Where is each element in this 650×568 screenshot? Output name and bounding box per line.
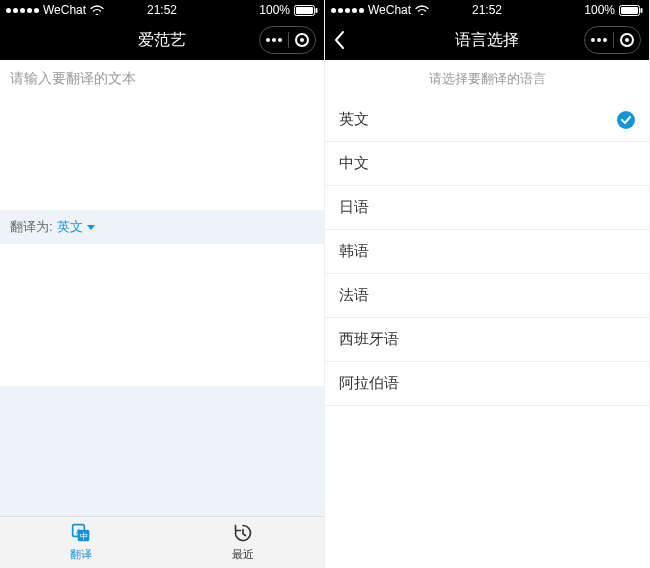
- output-bottom-panel: [0, 386, 324, 516]
- wifi-icon: [415, 5, 429, 15]
- more-icon[interactable]: [266, 38, 282, 42]
- page-title: 语言选择: [455, 30, 519, 51]
- phone-left: WeChat 21:52 100% 爱范艺 请输入要翻译的文本 翻译为: 英文: [0, 0, 325, 568]
- carrier-label: WeChat: [43, 3, 86, 17]
- language-item-japanese[interactable]: 日语: [325, 186, 649, 230]
- svg-text:中: 中: [80, 532, 88, 541]
- tab-label: 翻译: [70, 547, 92, 562]
- nav-bar: 语言选择: [325, 20, 649, 60]
- nav-bar: 爱范艺: [0, 20, 324, 60]
- tab-recent[interactable]: 最近: [162, 517, 324, 568]
- history-icon: [233, 523, 253, 545]
- language-name: 日语: [339, 198, 369, 217]
- status-time: 21:52: [147, 3, 177, 17]
- language-item-korean[interactable]: 韩语: [325, 230, 649, 274]
- chevron-left-icon: [333, 30, 345, 50]
- battery-icon: [294, 5, 318, 16]
- battery-percent: 100%: [584, 3, 615, 17]
- battery-percent: 100%: [259, 3, 290, 17]
- translate-icon: A中: [71, 523, 91, 545]
- language-name: 韩语: [339, 242, 369, 261]
- translate-label: 翻译为:: [10, 218, 53, 236]
- language-name: 法语: [339, 286, 369, 305]
- close-target-icon[interactable]: [620, 33, 634, 47]
- input-placeholder: 请输入要翻译的文本: [10, 70, 314, 88]
- translate-output: [0, 244, 324, 386]
- language-item-chinese[interactable]: 中文: [325, 142, 649, 186]
- translate-language-selector[interactable]: 翻译为: 英文: [0, 210, 324, 244]
- tab-bar: A中 翻译 最近: [0, 516, 324, 568]
- mini-program-capsule[interactable]: [584, 26, 641, 54]
- translate-input[interactable]: 请输入要翻译的文本: [0, 60, 324, 210]
- tab-translate[interactable]: A中 翻译: [0, 517, 162, 568]
- svg-rect-8: [621, 7, 638, 14]
- svg-rect-2: [316, 8, 318, 13]
- language-list: 英文 中文 日语 韩语 法语 西班牙语 阿拉伯语: [325, 98, 649, 406]
- capsule-divider: [613, 32, 614, 48]
- battery-icon: [619, 5, 643, 16]
- tab-label: 最近: [232, 547, 254, 562]
- svg-rect-1: [296, 7, 313, 14]
- language-item-french[interactable]: 法语: [325, 274, 649, 318]
- signal-dots-icon: [331, 8, 364, 13]
- language-name: 阿拉伯语: [339, 374, 399, 393]
- language-item-english[interactable]: 英文: [325, 98, 649, 142]
- check-icon: [617, 111, 635, 129]
- content-left: 请输入要翻译的文本 翻译为: 英文 A中 翻译 最近: [0, 60, 324, 568]
- status-bar: WeChat 21:52 100%: [325, 0, 649, 20]
- signal-dots-icon: [6, 8, 39, 13]
- language-name: 西班牙语: [339, 330, 399, 349]
- close-target-icon[interactable]: [295, 33, 309, 47]
- hint-text: 请选择要翻译的语言: [325, 60, 649, 98]
- back-button[interactable]: [333, 28, 357, 52]
- phone-right: WeChat 21:52 100% 语言选择 请选择要翻译的语言 英文: [325, 0, 650, 568]
- more-icon[interactable]: [591, 38, 607, 42]
- page-title: 爱范艺: [138, 30, 186, 51]
- status-bar: WeChat 21:52 100%: [0, 0, 324, 20]
- capsule-divider: [288, 32, 289, 48]
- translate-target-lang: 英文: [57, 218, 83, 236]
- mini-program-capsule[interactable]: [259, 26, 316, 54]
- content-right: 请选择要翻译的语言 英文 中文 日语 韩语 法语 西班牙语: [325, 60, 649, 568]
- carrier-label: WeChat: [368, 3, 411, 17]
- svg-rect-9: [641, 8, 643, 13]
- chevron-down-icon: [87, 225, 95, 230]
- language-name: 英文: [339, 110, 369, 129]
- wifi-icon: [90, 5, 104, 15]
- language-name: 中文: [339, 154, 369, 173]
- language-item-arabic[interactable]: 阿拉伯语: [325, 362, 649, 406]
- status-time: 21:52: [472, 3, 502, 17]
- language-item-spanish[interactable]: 西班牙语: [325, 318, 649, 362]
